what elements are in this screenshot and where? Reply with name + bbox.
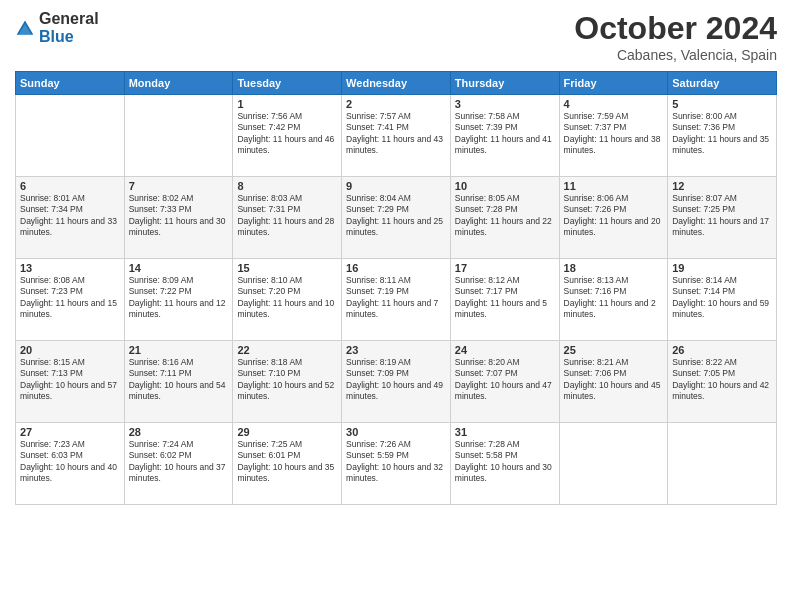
cell-3-6: 26Sunrise: 8:22 AMSunset: 7:05 PMDayligh… — [668, 341, 777, 423]
day-info: Sunrise: 8:00 AMSunset: 7:36 PMDaylight:… — [672, 111, 772, 157]
day-info: Sunrise: 7:28 AMSunset: 5:58 PMDaylight:… — [455, 439, 555, 485]
day-number: 31 — [455, 426, 555, 438]
col-friday: Friday — [559, 72, 668, 95]
week-row-3: 20Sunrise: 8:15 AMSunset: 7:13 PMDayligh… — [16, 341, 777, 423]
day-number: 17 — [455, 262, 555, 274]
day-info: Sunrise: 8:06 AMSunset: 7:26 PMDaylight:… — [564, 193, 664, 239]
day-number: 26 — [672, 344, 772, 356]
day-number: 16 — [346, 262, 446, 274]
day-number: 20 — [20, 344, 120, 356]
cell-0-2: 1Sunrise: 7:56 AMSunset: 7:42 PMDaylight… — [233, 95, 342, 177]
day-number: 10 — [455, 180, 555, 192]
cell-0-3: 2Sunrise: 7:57 AMSunset: 7:41 PMDaylight… — [342, 95, 451, 177]
day-info: Sunrise: 7:25 AMSunset: 6:01 PMDaylight:… — [237, 439, 337, 485]
day-info: Sunrise: 7:23 AMSunset: 6:03 PMDaylight:… — [20, 439, 120, 485]
cell-2-5: 18Sunrise: 8:13 AMSunset: 7:16 PMDayligh… — [559, 259, 668, 341]
logo-blue-text: Blue — [39, 28, 99, 46]
day-info: Sunrise: 8:08 AMSunset: 7:23 PMDaylight:… — [20, 275, 120, 321]
day-info: Sunrise: 8:18 AMSunset: 7:10 PMDaylight:… — [237, 357, 337, 403]
cell-2-3: 16Sunrise: 8:11 AMSunset: 7:19 PMDayligh… — [342, 259, 451, 341]
week-row-2: 13Sunrise: 8:08 AMSunset: 7:23 PMDayligh… — [16, 259, 777, 341]
cell-4-0: 27Sunrise: 7:23 AMSunset: 6:03 PMDayligh… — [16, 423, 125, 505]
day-number: 25 — [564, 344, 664, 356]
cell-0-0 — [16, 95, 125, 177]
day-number: 12 — [672, 180, 772, 192]
day-info: Sunrise: 8:21 AMSunset: 7:06 PMDaylight:… — [564, 357, 664, 403]
cell-3-1: 21Sunrise: 8:16 AMSunset: 7:11 PMDayligh… — [124, 341, 233, 423]
day-info: Sunrise: 8:19 AMSunset: 7:09 PMDaylight:… — [346, 357, 446, 403]
day-number: 30 — [346, 426, 446, 438]
day-number: 18 — [564, 262, 664, 274]
day-info: Sunrise: 8:03 AMSunset: 7:31 PMDaylight:… — [237, 193, 337, 239]
cell-2-0: 13Sunrise: 8:08 AMSunset: 7:23 PMDayligh… — [16, 259, 125, 341]
day-info: Sunrise: 7:26 AMSunset: 5:59 PMDaylight:… — [346, 439, 446, 485]
day-number: 6 — [20, 180, 120, 192]
cell-1-2: 8Sunrise: 8:03 AMSunset: 7:31 PMDaylight… — [233, 177, 342, 259]
day-number: 13 — [20, 262, 120, 274]
day-number: 3 — [455, 98, 555, 110]
logo-text: General Blue — [39, 10, 99, 45]
day-number: 15 — [237, 262, 337, 274]
cell-4-6 — [668, 423, 777, 505]
cell-1-1: 7Sunrise: 8:02 AMSunset: 7:33 PMDaylight… — [124, 177, 233, 259]
week-row-1: 6Sunrise: 8:01 AMSunset: 7:34 PMDaylight… — [16, 177, 777, 259]
cell-4-3: 30Sunrise: 7:26 AMSunset: 5:59 PMDayligh… — [342, 423, 451, 505]
col-sunday: Sunday — [16, 72, 125, 95]
cell-1-5: 11Sunrise: 8:06 AMSunset: 7:26 PMDayligh… — [559, 177, 668, 259]
location-title: Cabanes, Valencia, Spain — [574, 47, 777, 63]
cell-0-6: 5Sunrise: 8:00 AMSunset: 7:36 PMDaylight… — [668, 95, 777, 177]
logo: General Blue — [15, 10, 99, 45]
cell-3-4: 24Sunrise: 8:20 AMSunset: 7:07 PMDayligh… — [450, 341, 559, 423]
cell-3-3: 23Sunrise: 8:19 AMSunset: 7:09 PMDayligh… — [342, 341, 451, 423]
cell-0-1 — [124, 95, 233, 177]
day-info: Sunrise: 7:24 AMSunset: 6:02 PMDaylight:… — [129, 439, 229, 485]
calendar-page: General Blue October 2024 Cabanes, Valen… — [0, 0, 792, 612]
day-info: Sunrise: 8:12 AMSunset: 7:17 PMDaylight:… — [455, 275, 555, 321]
day-number: 9 — [346, 180, 446, 192]
day-number: 5 — [672, 98, 772, 110]
day-number: 1 — [237, 98, 337, 110]
cell-3-0: 20Sunrise: 8:15 AMSunset: 7:13 PMDayligh… — [16, 341, 125, 423]
calendar-header-row: Sunday Monday Tuesday Wednesday Thursday… — [16, 72, 777, 95]
col-saturday: Saturday — [668, 72, 777, 95]
day-number: 23 — [346, 344, 446, 356]
day-info: Sunrise: 8:09 AMSunset: 7:22 PMDaylight:… — [129, 275, 229, 321]
day-number: 29 — [237, 426, 337, 438]
day-info: Sunrise: 8:15 AMSunset: 7:13 PMDaylight:… — [20, 357, 120, 403]
col-monday: Monday — [124, 72, 233, 95]
title-block: October 2024 Cabanes, Valencia, Spain — [574, 10, 777, 63]
day-info: Sunrise: 8:11 AMSunset: 7:19 PMDaylight:… — [346, 275, 446, 321]
cell-0-4: 3Sunrise: 7:58 AMSunset: 7:39 PMDaylight… — [450, 95, 559, 177]
day-number: 11 — [564, 180, 664, 192]
calendar-table: Sunday Monday Tuesday Wednesday Thursday… — [15, 71, 777, 505]
header: General Blue October 2024 Cabanes, Valen… — [15, 10, 777, 63]
day-number: 14 — [129, 262, 229, 274]
day-number: 2 — [346, 98, 446, 110]
day-info: Sunrise: 8:22 AMSunset: 7:05 PMDaylight:… — [672, 357, 772, 403]
cell-1-0: 6Sunrise: 8:01 AMSunset: 7:34 PMDaylight… — [16, 177, 125, 259]
week-row-4: 27Sunrise: 7:23 AMSunset: 6:03 PMDayligh… — [16, 423, 777, 505]
day-info: Sunrise: 8:04 AMSunset: 7:29 PMDaylight:… — [346, 193, 446, 239]
cell-4-5 — [559, 423, 668, 505]
cell-4-4: 31Sunrise: 7:28 AMSunset: 5:58 PMDayligh… — [450, 423, 559, 505]
day-number: 21 — [129, 344, 229, 356]
day-number: 22 — [237, 344, 337, 356]
col-wednesday: Wednesday — [342, 72, 451, 95]
day-info: Sunrise: 7:56 AMSunset: 7:42 PMDaylight:… — [237, 111, 337, 157]
col-tuesday: Tuesday — [233, 72, 342, 95]
day-number: 7 — [129, 180, 229, 192]
week-row-0: 1Sunrise: 7:56 AMSunset: 7:42 PMDaylight… — [16, 95, 777, 177]
day-info: Sunrise: 7:59 AMSunset: 7:37 PMDaylight:… — [564, 111, 664, 157]
cell-1-3: 9Sunrise: 8:04 AMSunset: 7:29 PMDaylight… — [342, 177, 451, 259]
day-number: 24 — [455, 344, 555, 356]
day-number: 28 — [129, 426, 229, 438]
day-number: 19 — [672, 262, 772, 274]
day-info: Sunrise: 7:57 AMSunset: 7:41 PMDaylight:… — [346, 111, 446, 157]
day-info: Sunrise: 8:02 AMSunset: 7:33 PMDaylight:… — [129, 193, 229, 239]
cell-4-2: 29Sunrise: 7:25 AMSunset: 6:01 PMDayligh… — [233, 423, 342, 505]
day-info: Sunrise: 8:16 AMSunset: 7:11 PMDaylight:… — [129, 357, 229, 403]
cell-1-6: 12Sunrise: 8:07 AMSunset: 7:25 PMDayligh… — [668, 177, 777, 259]
cell-1-4: 10Sunrise: 8:05 AMSunset: 7:28 PMDayligh… — [450, 177, 559, 259]
day-info: Sunrise: 8:13 AMSunset: 7:16 PMDaylight:… — [564, 275, 664, 321]
cell-2-6: 19Sunrise: 8:14 AMSunset: 7:14 PMDayligh… — [668, 259, 777, 341]
